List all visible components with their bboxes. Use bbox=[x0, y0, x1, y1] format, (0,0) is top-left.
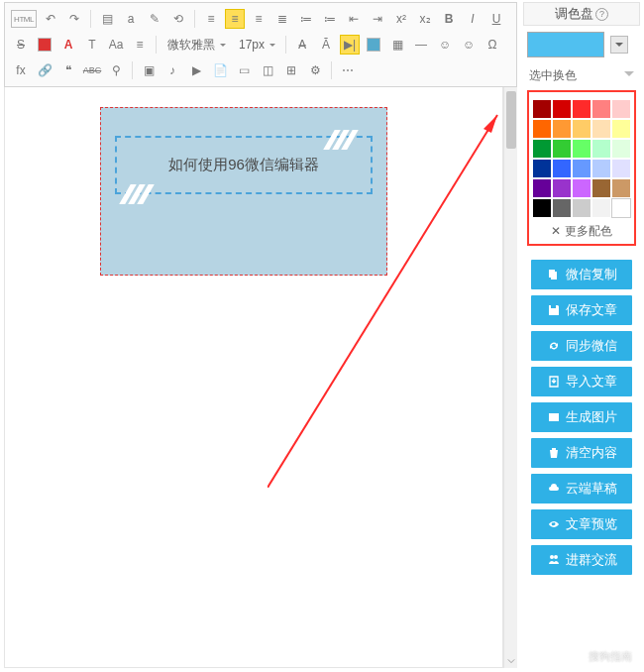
palette-swatch[interactable] bbox=[533, 100, 551, 118]
palette-swatch[interactable] bbox=[553, 160, 571, 177]
paint-button[interactable]: ✎ bbox=[145, 9, 164, 29]
insert-audio-button[interactable]: ♪ bbox=[162, 60, 182, 80]
palette-swatch[interactable] bbox=[533, 160, 551, 177]
editor-scrollbar[interactable] bbox=[503, 87, 517, 668]
autoformat-button[interactable]: ⟲ bbox=[168, 9, 188, 29]
select-replace-toggle[interactable]: 选中换色 bbox=[523, 67, 640, 84]
palette-swatch[interactable] bbox=[573, 140, 590, 158]
action-save-button[interactable]: 保存文章 bbox=[531, 295, 632, 325]
editor-canvas[interactable]: 如何使用96微信编辑器 bbox=[4, 87, 503, 668]
font-size-select[interactable]: 17px bbox=[234, 35, 279, 55]
align-center-button[interactable]: ≡ bbox=[225, 9, 245, 29]
insert-card-button[interactable]: ▭ bbox=[234, 60, 254, 80]
align-left-button[interactable]: ≡ bbox=[201, 9, 221, 29]
quote-button[interactable]: ❝ bbox=[58, 60, 78, 80]
insert-component-button[interactable]: ◫ bbox=[258, 60, 277, 80]
current-color-swatch[interactable] bbox=[527, 32, 604, 57]
italic-button[interactable]: I bbox=[463, 9, 483, 29]
link-button[interactable]: 🔗 bbox=[35, 60, 54, 80]
title-text[interactable]: 如何使用96微信编辑器 bbox=[127, 156, 361, 174]
strike2-button[interactable]: ABC bbox=[82, 60, 102, 80]
font-family-select[interactable]: 微软雅黑 bbox=[162, 35, 230, 55]
palette-swatch[interactable] bbox=[612, 140, 630, 158]
palette-swatch[interactable] bbox=[573, 179, 590, 197]
palette-swatch[interactable] bbox=[553, 120, 571, 138]
color-dropdown-button[interactable] bbox=[610, 36, 628, 54]
undo-button[interactable]: ↶ bbox=[41, 9, 60, 29]
palette-swatch[interactable] bbox=[612, 160, 630, 177]
lineheight-button[interactable]: ≡ bbox=[130, 35, 150, 55]
insert-iframe-button[interactable]: ⊞ bbox=[281, 60, 301, 80]
findreplace-button[interactable]: ⚲ bbox=[106, 60, 126, 80]
strikethrough-button[interactable]: S bbox=[11, 35, 31, 55]
action-cloud-button[interactable]: 云端草稿 bbox=[531, 474, 632, 504]
scroll-down-icon[interactable] bbox=[504, 654, 518, 668]
emoji-button[interactable]: ☺ bbox=[435, 35, 455, 55]
action-eye-button[interactable]: 文章预览 bbox=[531, 509, 632, 539]
palette-swatch[interactable] bbox=[612, 120, 630, 138]
palette-swatch[interactable] bbox=[592, 179, 610, 197]
palette-swatch[interactable] bbox=[592, 100, 610, 118]
insert-video-button[interactable]: ▶ bbox=[186, 60, 206, 80]
palette-swatch[interactable] bbox=[573, 160, 590, 177]
list-unordered-button[interactable]: ≔ bbox=[320, 9, 340, 29]
hr-button[interactable]: — bbox=[411, 35, 431, 55]
fontbg-button[interactable]: Ā bbox=[316, 35, 336, 55]
format-paint-button[interactable]: T bbox=[82, 35, 102, 55]
action-import-button[interactable]: 导入文章 bbox=[531, 367, 632, 396]
title-card[interactable]: 如何使用96微信编辑器 bbox=[115, 136, 373, 194]
superscript-button[interactable]: x² bbox=[391, 9, 411, 29]
forecolor-picker-button[interactable] bbox=[35, 35, 54, 55]
symbol-button[interactable]: Ω bbox=[483, 35, 502, 55]
direction-button[interactable]: ▶| bbox=[340, 35, 360, 55]
palette-swatch[interactable] bbox=[573, 100, 590, 118]
action-group-button[interactable]: 进群交流 bbox=[531, 545, 632, 575]
palette-swatch[interactable] bbox=[553, 100, 571, 118]
action-sync-button[interactable]: 同步微信 bbox=[531, 331, 632, 361]
palette-swatch[interactable] bbox=[573, 199, 590, 217]
indent-decrease-button[interactable]: ⇤ bbox=[344, 9, 364, 29]
palette-swatch[interactable] bbox=[553, 140, 571, 158]
action-copy-button[interactable]: 微信复制 bbox=[531, 260, 632, 289]
new-doc-button[interactable]: ▤ bbox=[97, 9, 117, 29]
selected-block[interactable]: 如何使用96微信编辑器 bbox=[100, 107, 387, 276]
template-button[interactable]: a bbox=[121, 9, 141, 29]
align-right-button[interactable]: ≡ bbox=[249, 9, 268, 29]
smiley-button[interactable]: ☺ bbox=[459, 35, 479, 55]
palette-swatch[interactable] bbox=[553, 199, 571, 217]
palette-swatch[interactable] bbox=[592, 160, 610, 177]
palette-swatch[interactable] bbox=[612, 199, 630, 217]
underline-button[interactable]: U bbox=[486, 9, 506, 29]
palette-swatch[interactable] bbox=[533, 120, 551, 138]
subscript-button[interactable]: x₂ bbox=[415, 9, 435, 29]
more-colors-button[interactable]: ✕ 更多配色 bbox=[535, 223, 628, 240]
palette-swatch[interactable] bbox=[573, 120, 590, 138]
redo-button[interactable]: ↷ bbox=[64, 9, 84, 29]
palette-swatch[interactable] bbox=[533, 179, 551, 197]
html-source-button[interactable]: HTML bbox=[11, 10, 37, 28]
palette-swatch[interactable] bbox=[592, 140, 610, 158]
bold-button[interactable]: B bbox=[439, 9, 459, 29]
more-toolbar-button[interactable]: ⋯ bbox=[338, 60, 358, 80]
help-icon[interactable] bbox=[364, 35, 383, 55]
scrollbar-thumb[interactable] bbox=[506, 91, 516, 149]
list-ordered-button[interactable]: ≔ bbox=[296, 9, 316, 29]
forecolor-button[interactable]: A bbox=[58, 35, 78, 55]
palette-swatch[interactable] bbox=[553, 179, 571, 197]
action-image-button[interactable]: 生成图片 bbox=[531, 402, 632, 432]
palette-swatch[interactable] bbox=[592, 120, 610, 138]
case-button[interactable]: Aa bbox=[106, 35, 126, 55]
palette-swatch[interactable] bbox=[533, 199, 551, 217]
table-button[interactable]: ▦ bbox=[387, 35, 407, 55]
palette-swatch[interactable] bbox=[612, 100, 630, 118]
clear-format-button[interactable]: A̶ bbox=[292, 35, 312, 55]
insert-plugin-button[interactable]: ⚙ bbox=[305, 60, 325, 80]
help-icon[interactable]: ? bbox=[595, 8, 608, 21]
align-justify-button[interactable]: ≣ bbox=[272, 9, 292, 29]
palette-swatch[interactable] bbox=[592, 199, 610, 217]
palette-swatch[interactable] bbox=[533, 140, 551, 158]
indent-increase-button[interactable]: ⇥ bbox=[368, 9, 387, 29]
fx-button[interactable]: fx bbox=[11, 60, 31, 80]
insert-image-button[interactable]: ▣ bbox=[139, 60, 159, 80]
action-trash-button[interactable]: 清空内容 bbox=[531, 438, 632, 468]
